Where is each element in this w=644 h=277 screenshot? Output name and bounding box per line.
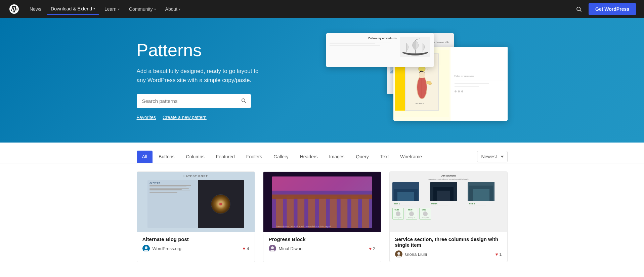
svg-rect-30: [287, 196, 294, 228]
svg-rect-31: [297, 198, 304, 228]
svg-text:from €: from €: [431, 203, 438, 205]
svg-text:THE MOON: THE MOON: [415, 103, 424, 105]
filter-tabs: All Buttons Columns Featured Footers Gal…: [137, 151, 427, 163]
svg-rect-29: [276, 198, 283, 228]
svg-rect-64: [473, 189, 489, 201]
svg-line-3: [245, 102, 246, 103]
pattern-likes-1: ♥ 4: [243, 246, 249, 251]
filter-tab-text[interactable]: Text: [375, 151, 394, 163]
filter-tab-all[interactable]: All: [137, 151, 153, 163]
cards-section: LATEST POST JUPITER: [121, 163, 524, 277]
cards-grid: LATEST POST JUPITER: [137, 171, 508, 262]
hero-search-button[interactable]: [236, 94, 251, 108]
pattern-name-3: Service section, three columns design wi…: [395, 236, 502, 248]
filters-section: All Buttons Columns Featured Footers Gal…: [121, 143, 524, 163]
heart-icon: ♥: [496, 252, 498, 257]
filters-bar: All Buttons Columns Featured Footers Gal…: [137, 151, 508, 163]
svg-rect-66: [469, 205, 486, 206]
nav-item-community[interactable]: Community ▾: [125, 4, 160, 14]
author-avatar-3: [395, 250, 402, 258]
hero-pattern-card-ship: Follow my adventures: [326, 33, 434, 67]
nav-items: News Download & Extend ▾ Learn ▾ Communi…: [26, 3, 574, 15]
author-avatar-2: [269, 245, 276, 252]
svg-rect-58: [431, 205, 448, 206]
pattern-item-1[interactable]: LATEST POST JUPITER: [137, 171, 255, 262]
nav-item-news[interactable]: News: [26, 4, 45, 14]
search-icon-button[interactable]: [574, 5, 583, 13]
navbar: News Download & Extend ▾ Learn ▾ Communi…: [0, 0, 644, 18]
pattern-name-1: Alternate Blog post: [142, 236, 249, 242]
pattern-author-3: Gloria Liuni ♥ 1: [395, 250, 502, 258]
filter-tab-columns[interactable]: Columns: [181, 151, 210, 163]
svg-rect-50: [394, 205, 411, 206]
get-wordpress-button[interactable]: Get WordPress: [589, 3, 636, 15]
chevron-down-icon: ▾: [93, 7, 95, 10]
svg-point-70: [397, 252, 400, 255]
nav-right: Get WordPress: [574, 3, 636, 15]
author-avatar-1: [142, 245, 150, 252]
nav-item-learn[interactable]: Learn ▾: [100, 4, 124, 14]
pattern-author-1: WordPress.org ♥ 4: [142, 245, 249, 252]
filter-tab-query[interactable]: Query: [351, 151, 374, 163]
filter-tab-featured[interactable]: Featured: [211, 151, 240, 163]
filter-tab-gallery[interactable]: Gallery: [268, 151, 294, 163]
search-input[interactable]: [137, 94, 236, 108]
svg-point-43: [271, 246, 274, 249]
svg-rect-56: [437, 191, 450, 201]
chevron-down-icon: ▾: [179, 7, 180, 11]
hero-title: Patterns: [137, 41, 285, 60]
filter-tab-footers[interactable]: Footers: [241, 151, 267, 163]
svg-rect-35: [340, 198, 347, 228]
svg-point-2: [242, 98, 245, 102]
hero-section: Patterns Add a beautifully designed, rea…: [0, 18, 644, 143]
nav-item-download[interactable]: Download & Extend ▾: [47, 3, 99, 15]
filter-tab-buttons[interactable]: Buttons: [153, 151, 180, 163]
pattern-item-3[interactable]: Our solutions Lorem ipsum dolor sit amet…: [389, 171, 508, 262]
create-pattern-link[interactable]: Create a new pattern: [163, 115, 207, 120]
pattern-item-2[interactable]: Company in Numbers Lorem ipsum dolor sit…: [263, 171, 381, 262]
pattern-meta-3: Service section, three columns design wi…: [390, 232, 507, 262]
pattern-name-2: Progress Block: [269, 236, 376, 242]
filter-tab-images[interactable]: Images: [324, 151, 350, 163]
hero-search-form: [137, 94, 251, 108]
svg-rect-38: [272, 194, 372, 199]
heart-icon: ♥: [243, 246, 246, 251]
filter-tab-wireframe[interactable]: Wireframe: [395, 151, 427, 163]
nav-item-about[interactable]: About ▾: [161, 4, 185, 14]
pattern-meta-1: Alternate Blog post WordPress.org ♥ 4: [137, 232, 255, 256]
pattern-thumb-1: LATEST POST JUPITER: [137, 172, 255, 232]
hero-subtitle: Add a beautifully designed, ready to go …: [137, 67, 264, 85]
pattern-label-1: LATEST POST: [183, 174, 208, 178]
svg-point-0: [577, 7, 581, 11]
svg-point-25: [145, 246, 147, 249]
svg-line-1: [580, 10, 581, 11]
pattern-likes-3: ♥ 1: [496, 252, 502, 257]
hero-images: Views of Mt. Fuji An exhibition of early…: [305, 33, 508, 127]
chevron-down-icon: ▾: [118, 7, 120, 11]
svg-text:from €: from €: [394, 203, 400, 205]
pattern-thumb-3: Our solutions Lorem ipsum dolor sit amet…: [390, 172, 507, 232]
svg-rect-48: [397, 192, 414, 201]
pattern-meta-2: Progress Block Minal Diwan ♥ 2: [263, 232, 381, 256]
filter-tab-headers[interactable]: Headers: [295, 151, 323, 163]
chevron-down-icon: ▾: [154, 7, 156, 11]
wordpress-logo[interactable]: [8, 3, 20, 15]
favorites-link[interactable]: Favorites: [137, 115, 156, 120]
pattern-thumb-2: Company in Numbers Lorem ipsum dolor sit…: [263, 172, 381, 232]
svg-rect-34: [330, 196, 337, 228]
heart-icon: ♥: [369, 246, 372, 251]
svg-rect-36: [351, 196, 358, 228]
svg-rect-37: [362, 198, 369, 228]
svg-text:from €: from €: [469, 203, 475, 205]
svg-text:Lorem ipsum dolor sit amet, co: Lorem ipsum dolor sit amet, consectetur …: [276, 225, 332, 228]
sort-select[interactable]: Newest Oldest Popular: [477, 151, 508, 162]
hero-text: Patterns Add a beautifully designed, rea…: [137, 41, 285, 120]
svg-rect-32: [308, 196, 315, 228]
pattern-author-2: Minal Diwan ♥ 2: [269, 245, 376, 252]
hero-links: Favorites Create a new pattern: [137, 115, 285, 120]
pattern-likes-2: ♥ 2: [369, 246, 376, 251]
svg-rect-33: [319, 198, 326, 228]
